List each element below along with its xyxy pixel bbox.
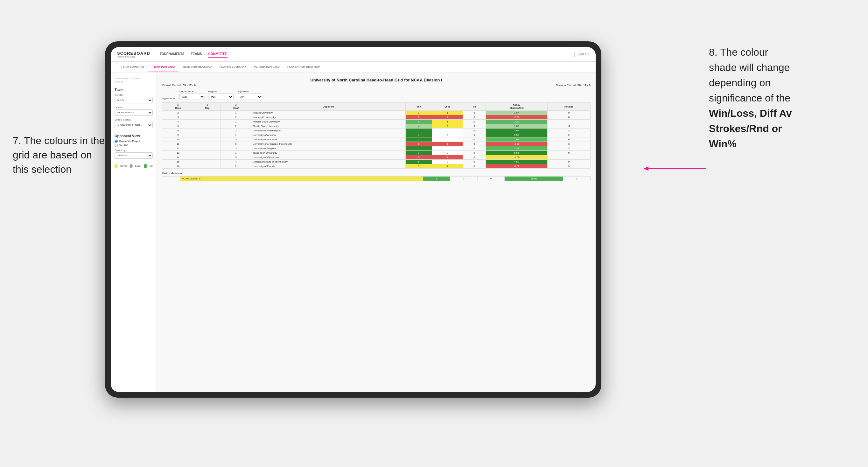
- cell-conf: 4: [221, 160, 251, 164]
- tablet-screen: SCOREBOARD Powered by clippd TOURNAMENTS…: [111, 47, 596, 392]
- out-division-title: Out of division: [162, 172, 591, 175]
- main-grid-area: University of North Carolina Head-to-Hea…: [157, 72, 596, 392]
- cell-conf: 5: [221, 155, 251, 160]
- cell-tie: 0: [463, 120, 486, 124]
- col-diff: Diff AvStrokes/Rnd: [486, 103, 547, 111]
- radio-opponents-played[interactable]: Opponents Played: [115, 139, 153, 143]
- grid-records: Overall Record: 89 - 17 - 0 Division Rec…: [162, 84, 591, 87]
- cell-diff: -4.33: [486, 142, 547, 146]
- cell-win: 0: [406, 142, 432, 146]
- table-row: 6 2 Florida State University 4 2 0 1.83 …: [162, 124, 591, 128]
- cell-conf: 6: [221, 142, 251, 146]
- cell-rank: 14: [162, 155, 194, 160]
- out-div-division: [162, 177, 180, 181]
- cell-tie: 0: [463, 142, 486, 146]
- table-row: 11 6 University of Arkansas, Fayettevill…: [162, 142, 591, 146]
- cell-conf: 1: [221, 111, 251, 115]
- table-row: 2 - 1 Auburn University 2 1 0 1.67 9: [162, 111, 591, 115]
- last-updated-time: 16:55:38: [115, 81, 153, 84]
- cell-win: 3: [406, 164, 432, 168]
- colour-by-select[interactable]: Win/loss: [115, 152, 153, 159]
- cell-reg: [194, 133, 221, 137]
- cell-loss: 1: [432, 111, 463, 115]
- out-division-row: NCAA Division II 1 0 0 26.00 3: [162, 177, 591, 181]
- nav-separator: |: [574, 52, 575, 57]
- table-row: 13 1 Texas Tech University 3 0 0 5.56 9: [162, 151, 591, 155]
- cell-conf: 1: [221, 151, 251, 155]
- cell-opponent: University of Arkansas, Fayetteville: [251, 142, 406, 146]
- cell-tie: 0: [463, 151, 486, 155]
- colour-label-level: Level: [135, 164, 141, 167]
- cell-loss: 1: [432, 120, 463, 124]
- region-filter-label: Region: [208, 90, 234, 93]
- cell-rounds: [548, 120, 591, 124]
- region-filter-select[interactable]: (All): [208, 94, 234, 100]
- cell-tie: 0: [463, 164, 486, 168]
- cell-conf: 5: [221, 137, 251, 142]
- cell-reg: [194, 115, 221, 120]
- conference-filter-select[interactable]: (All): [180, 94, 205, 100]
- cell-loss: 2: [432, 124, 463, 128]
- colour-dot-down: [115, 164, 118, 168]
- sub-nav-player-h2h-grid[interactable]: PLAYER H2H GRID: [250, 62, 283, 72]
- cell-tie: 0: [463, 155, 486, 160]
- table-row: 16 2 University of Florida 3 1 0 -6.62 9: [162, 164, 591, 168]
- cell-win: 1: [406, 133, 432, 137]
- cell-rank: 12: [162, 146, 194, 151]
- cell-reg: [194, 137, 221, 142]
- cell-win: 1: [406, 146, 432, 151]
- cell-win: 5: [406, 160, 432, 164]
- cell-rounds: [548, 155, 591, 160]
- gender-select[interactable]: Men's: [115, 97, 153, 103]
- filter-row: Opponents: Conference (All) Region (All): [162, 90, 591, 100]
- cell-tie: 0: [463, 111, 486, 115]
- nav-teams[interactable]: TEAMS: [191, 51, 202, 58]
- out-div-rounds: 3: [563, 177, 591, 181]
- nav-tournaments[interactable]: TOURNAMENTS: [160, 51, 185, 58]
- cell-rank: 16: [162, 164, 194, 168]
- cell-opponent: Vanderbilt University: [251, 115, 406, 120]
- school-select[interactable]: 1. University of Nort...: [115, 122, 153, 128]
- out-div-win: 1: [423, 177, 450, 181]
- colour-legend: Down Level Up: [115, 164, 153, 168]
- cell-loss: 4: [432, 115, 463, 120]
- sub-nav-team-summary[interactable]: TEAM SUMMARY: [117, 62, 148, 72]
- cell-diff: -2.29: [486, 115, 547, 120]
- table-row: 10 5 University of Alabama 3 0 0 2.61 6: [162, 137, 591, 142]
- radio-top100[interactable]: Top 100: [115, 144, 153, 147]
- division-select[interactable]: NCAA Division I: [115, 110, 153, 116]
- sub-nav-team-h2h-grid[interactable]: TEAM H2H GRID: [148, 62, 179, 72]
- division-label: Division: [115, 106, 153, 109]
- annotation-left: 7. The colours in the grid are based on …: [13, 134, 108, 176]
- sub-nav-player-h2h-heatmap[interactable]: PLAYER H2H HEATMAP: [283, 62, 324, 72]
- cell-diff: 2.61: [486, 137, 547, 142]
- cell-opponent: University of Virginia: [251, 146, 406, 151]
- opponent-filter-select[interactable]: (All): [237, 94, 262, 100]
- cell-conf: 3: [221, 146, 251, 151]
- cell-opponent: Georgia Institute of Technology: [251, 160, 406, 164]
- colour-label-down: Down: [120, 164, 127, 167]
- nav-committee[interactable]: COMMITTEE: [209, 51, 227, 58]
- cell-tie: 0: [463, 146, 486, 151]
- cell-rounds: 2: [548, 133, 591, 137]
- cell-opponent: University of Washington: [251, 128, 406, 133]
- cell-diff: 2.33: [486, 146, 547, 151]
- school-label: School (Rank): [115, 118, 153, 121]
- sub-nav-team-h2h-heatmap[interactable]: TEAM H2H HEATMAP: [179, 62, 215, 72]
- colour-by-label: Colour by: [115, 149, 153, 152]
- cell-rounds: 6: [548, 137, 591, 142]
- cell-tie: 0: [463, 128, 486, 133]
- out-div-loss: 0: [450, 177, 477, 181]
- cell-loss: 1: [432, 142, 463, 146]
- h2h-table: #Rank #Reg #Conf Opponent Win Loss Tie D…: [162, 102, 591, 168]
- cell-diff: 2.28: [486, 120, 547, 124]
- sign-out-link[interactable]: Sign out: [578, 53, 589, 56]
- opponent-filter-label: Opponent: [237, 90, 262, 93]
- cell-diff: 5.56: [486, 151, 547, 155]
- table-body: 2 - 1 Auburn University 2 1 0 1.67 9 3 2…: [162, 111, 591, 168]
- colour-label-up: Up: [150, 164, 153, 167]
- sub-nav-player-summary[interactable]: PLAYER SUMMARY: [216, 62, 250, 72]
- overall-record: Overall Record: 89 - 17 - 0: [162, 84, 196, 87]
- cell-rank: 11: [162, 142, 194, 146]
- col-win: Win: [406, 103, 432, 111]
